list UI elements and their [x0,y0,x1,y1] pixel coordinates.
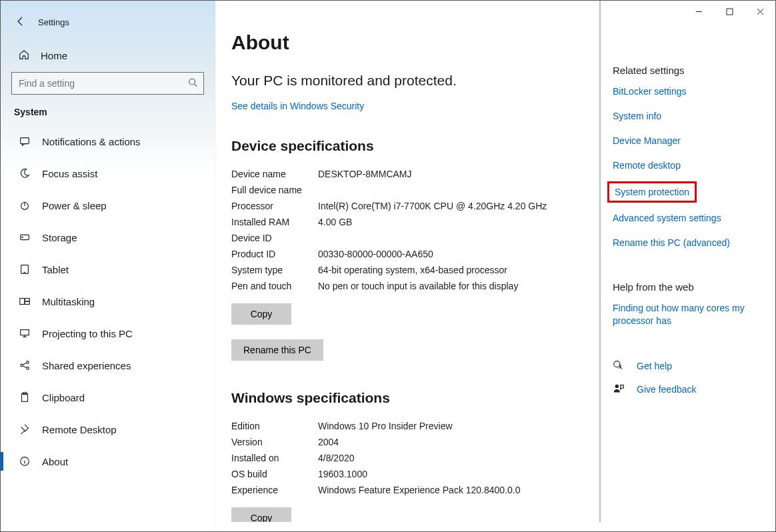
storage-icon [18,231,31,243]
windows-spec-table: EditionWindows 10 Pro Insider Preview Ve… [231,418,521,498]
sidebar-item-projecting[interactable]: Projecting to this PC [1,317,215,349]
svg-rect-1 [21,138,29,144]
feedback-icon [613,383,626,397]
share-icon [18,359,31,371]
sidebar-item-label: Power & sleep [42,200,107,211]
spec-value: 64-bit operating system, x64-based proce… [318,262,547,278]
system-protection-highlight: System protection [607,181,697,203]
link-system-info[interactable]: System info [613,110,762,123]
spec-key: Device name [231,166,318,182]
copy-device-spec-button[interactable]: Copy [231,303,291,325]
svg-rect-6 [20,299,25,305]
help-heading: Help from the web [613,281,762,293]
sidebar-item-power-sleep[interactable]: Power & sleep [1,189,215,221]
spec-key: Product ID [231,246,318,262]
sidebar-item-label: Remote Desktop [42,424,117,435]
spec-key: System type [231,262,318,278]
spec-key: Edition [231,418,318,434]
rename-pc-button[interactable]: Rename this PC [231,339,323,361]
svg-point-4 [22,237,23,237]
link-help-cores[interactable]: Finding out how many cores my processor … [613,302,762,327]
windows-spec-heading: Windows specifications [231,390,583,406]
sidebar-home[interactable]: Home [1,33,215,72]
multitask-icon [18,295,31,307]
message-icon [18,135,31,147]
svg-point-12 [27,367,29,370]
sidebar-item-label: Tablet [42,264,69,275]
sidebar-item-clipboard[interactable]: Clipboard [1,381,215,413]
sidebar-item-focus-assist[interactable]: Focus assist [1,157,215,189]
sidebar-item-label: Shared experiences [42,360,131,371]
link-rename-advanced[interactable]: Rename this PC (advanced) [613,237,762,249]
svg-point-10 [21,364,23,367]
spec-key: Full device name [231,182,318,198]
tablet-icon [18,263,31,275]
spec-value: Windows Feature Experience Pack 120.8400… [318,482,521,498]
spec-value: 4.00 GB [318,214,547,230]
spec-key: Device ID [231,230,318,246]
sidebar-item-tablet[interactable]: Tablet [1,253,215,285]
spec-key: Version [231,434,318,450]
device-spec-heading: Device specifications [231,138,583,154]
spec-value: DESKTOP-8MMCAMJ [318,166,547,182]
link-get-help[interactable]: Get help [637,360,672,373]
link-bitlocker[interactable]: BitLocker settings [613,85,762,98]
sidebar-item-storage[interactable]: Storage [1,221,215,253]
related-settings-pane: Related settings BitLocker settings Syst… [605,1,775,531]
svg-rect-9 [21,330,29,335]
spec-value: 4/8/2020 [318,450,521,466]
svg-point-11 [27,361,29,364]
spec-key: Installed on [231,450,318,466]
close-button[interactable] [745,1,775,22]
sidebar-item-label: Storage [42,232,77,243]
spec-value [318,182,547,198]
back-button[interactable] [15,16,26,29]
spec-key: OS build [231,466,318,482]
remote-icon [18,423,31,435]
sidebar-item-remote-desktop[interactable]: Remote Desktop [1,413,215,445]
search-input[interactable] [11,72,204,95]
spec-key: Experience [231,482,318,498]
main: About Your PC is monitored and protected… [215,1,775,531]
info-icon [18,455,31,467]
svg-rect-16 [727,9,733,15]
spec-value: No pen or touch input is available for t… [318,278,547,294]
windows-security-link[interactable]: See details in Windows Security [231,101,364,111]
sidebar: Settings Home System Notifications & act… [1,1,215,531]
svg-point-17 [614,361,620,367]
app-title: Settings [38,17,69,27]
link-device-manager[interactable]: Device Manager [613,135,762,147]
spec-value: 19603.1000 [318,466,521,482]
sidebar-item-about[interactable]: About [1,445,215,477]
project-icon [18,327,31,339]
minimize-button[interactable] [683,1,714,22]
sidebar-item-label: Clipboard [42,392,85,403]
sidebar-item-label: Projecting to this PC [42,328,133,339]
spec-value: Intel(R) Core(TM) i7-7700K CPU @ 4.20GHz… [318,198,547,214]
copy-windows-spec-button[interactable]: Copy [231,507,291,522]
link-advanced-system[interactable]: Advanced system settings [613,212,762,225]
svg-rect-8 [25,301,29,305]
spec-key: Installed RAM [231,214,318,230]
device-spec-table: Device nameDESKTOP-8MMCAMJ Full device n… [231,166,547,294]
sidebar-item-notifications[interactable]: Notifications & actions [1,125,215,157]
spec-key: Pen and touch [231,278,318,294]
maximize-button[interactable] [714,1,745,22]
home-label: Home [41,50,67,61]
spec-value: 00330-80000-00000-AA650 [318,246,547,262]
link-give-feedback[interactable]: Give feedback [637,383,697,396]
sidebar-item-label: About [42,456,68,467]
spec-value [318,230,547,246]
sidebar-item-shared-experiences[interactable]: Shared experiences [1,349,215,381]
svg-point-0 [189,79,195,85]
get-help-icon [613,359,626,373]
power-icon [18,199,31,211]
sidebar-item-multitasking[interactable]: Multitasking [1,285,215,317]
link-system-protection[interactable]: System protection [615,186,689,199]
svg-rect-13 [22,394,28,402]
clipboard-icon [18,391,31,403]
link-remote-desktop[interactable]: Remote desktop [613,159,762,172]
related-heading: Related settings [613,65,762,76]
sidebar-category: System [1,107,215,125]
sidebar-item-label: Focus assist [42,168,97,179]
